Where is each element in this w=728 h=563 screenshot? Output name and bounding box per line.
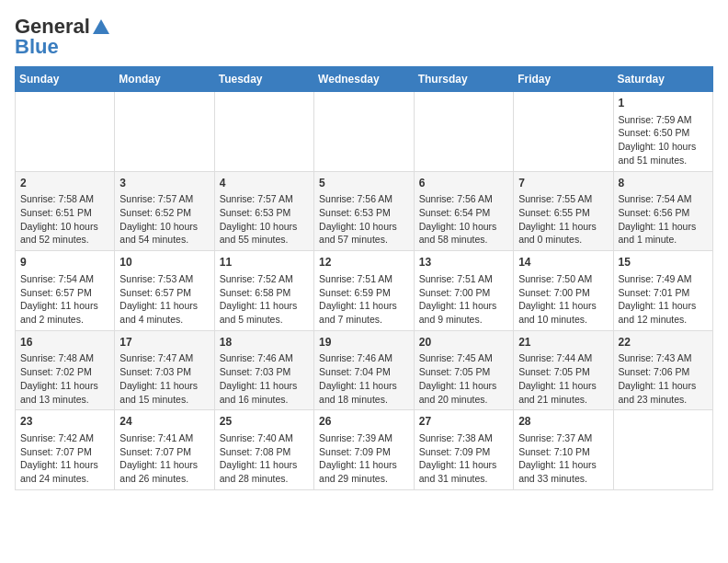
calendar-cell: 22Sunrise: 7:43 AM Sunset: 7:06 PM Dayli… — [613, 330, 712, 410]
day-header-friday: Friday — [514, 67, 613, 92]
calendar-cell — [314, 92, 415, 172]
day-number: 6 — [419, 176, 508, 191]
calendar-cell: 23Sunrise: 7:42 AM Sunset: 7:07 PM Dayli… — [16, 410, 115, 490]
day-content: Sunrise: 7:41 AM Sunset: 7:07 PM Dayligh… — [119, 431, 209, 486]
day-number: 14 — [518, 255, 608, 270]
day-number: 8 — [619, 176, 708, 191]
day-number: 13 — [419, 255, 508, 270]
day-content: Sunrise: 7:47 AM Sunset: 7:03 PM Dayligh… — [119, 351, 209, 406]
calendar-cell: 2Sunrise: 7:58 AM Sunset: 6:51 PM Daylig… — [16, 171, 115, 251]
day-number: 11 — [220, 255, 309, 270]
day-number: 25 — [220, 414, 309, 430]
calendar-cell: 3Sunrise: 7:57 AM Sunset: 6:52 PM Daylig… — [115, 171, 214, 251]
calendar-cell — [613, 410, 712, 490]
day-number: 26 — [319, 414, 409, 430]
calendar-cell: 21Sunrise: 7:44 AM Sunset: 7:05 PM Dayli… — [514, 330, 613, 410]
calendar-cell: 28Sunrise: 7:37 AM Sunset: 7:10 PM Dayli… — [514, 410, 613, 490]
calendar-table: SundayMondayTuesdayWednesdayThursdayFrid… — [15, 66, 713, 490]
day-content: Sunrise: 7:38 AM Sunset: 7:09 PM Dayligh… — [419, 431, 508, 486]
day-content: Sunrise: 7:52 AM Sunset: 6:58 PM Dayligh… — [220, 272, 309, 327]
calendar-cell — [414, 92, 513, 172]
calendar-cell: 1Sunrise: 7:59 AM Sunset: 6:50 PM Daylig… — [613, 92, 712, 172]
day-number: 18 — [220, 335, 309, 350]
day-number: 16 — [20, 335, 109, 350]
day-content: Sunrise: 7:46 AM Sunset: 7:04 PM Dayligh… — [319, 351, 409, 406]
calendar-cell: 27Sunrise: 7:38 AM Sunset: 7:09 PM Dayli… — [414, 410, 513, 490]
day-number: 5 — [319, 176, 409, 191]
day-content: Sunrise: 7:44 AM Sunset: 7:05 PM Dayligh… — [518, 351, 608, 406]
calendar-header-row: SundayMondayTuesdayWednesdayThursdayFrid… — [16, 67, 713, 92]
day-number: 24 — [119, 414, 209, 430]
day-content: Sunrise: 7:56 AM Sunset: 6:53 PM Dayligh… — [319, 192, 409, 247]
day-number: 7 — [518, 176, 608, 191]
logo-blue-text: Blue — [15, 35, 59, 59]
svg-marker-0 — [93, 19, 109, 34]
day-header-wednesday: Wednesday — [314, 67, 415, 92]
day-number: 27 — [419, 414, 508, 430]
day-number: 15 — [619, 255, 708, 270]
calendar-cell: 11Sunrise: 7:52 AM Sunset: 6:58 PM Dayli… — [214, 251, 313, 331]
calendar-week-row: 16Sunrise: 7:48 AM Sunset: 7:02 PM Dayli… — [16, 330, 713, 410]
day-content: Sunrise: 7:43 AM Sunset: 7:06 PM Dayligh… — [619, 351, 708, 406]
day-number: 9 — [20, 255, 109, 270]
calendar-cell: 9Sunrise: 7:54 AM Sunset: 6:57 PM Daylig… — [16, 251, 115, 331]
day-number: 28 — [518, 414, 608, 430]
day-number: 1 — [619, 96, 708, 111]
day-content: Sunrise: 7:42 AM Sunset: 7:07 PM Dayligh… — [20, 431, 109, 486]
calendar-cell: 26Sunrise: 7:39 AM Sunset: 7:09 PM Dayli… — [314, 410, 415, 490]
day-content: Sunrise: 7:51 AM Sunset: 7:00 PM Dayligh… — [419, 272, 508, 327]
calendar-cell: 19Sunrise: 7:46 AM Sunset: 7:04 PM Dayli… — [314, 330, 415, 410]
day-content: Sunrise: 7:54 AM Sunset: 6:57 PM Dayligh… — [20, 272, 109, 327]
calendar-cell — [115, 92, 214, 172]
calendar-cell — [214, 92, 313, 172]
page-header: General Blue — [15, 15, 713, 59]
calendar-cell: 16Sunrise: 7:48 AM Sunset: 7:02 PM Dayli… — [16, 330, 115, 410]
day-content: Sunrise: 7:57 AM Sunset: 6:53 PM Dayligh… — [220, 192, 309, 247]
day-number: 19 — [319, 335, 409, 350]
day-number: 22 — [619, 335, 708, 350]
calendar-week-row: 1Sunrise: 7:59 AM Sunset: 6:50 PM Daylig… — [16, 92, 713, 172]
day-number: 23 — [20, 414, 109, 430]
logo-triangle-icon — [92, 17, 110, 36]
day-header-monday: Monday — [115, 67, 214, 92]
day-content: Sunrise: 7:45 AM Sunset: 7:05 PM Dayligh… — [419, 351, 508, 406]
day-number: 2 — [20, 176, 109, 191]
calendar-cell: 14Sunrise: 7:50 AM Sunset: 7:00 PM Dayli… — [514, 251, 613, 331]
day-content: Sunrise: 7:58 AM Sunset: 6:51 PM Dayligh… — [20, 192, 109, 247]
day-content: Sunrise: 7:53 AM Sunset: 6:57 PM Dayligh… — [119, 272, 209, 327]
logo: General Blue — [15, 15, 110, 59]
calendar-cell: 7Sunrise: 7:55 AM Sunset: 6:55 PM Daylig… — [514, 171, 613, 251]
day-number: 4 — [220, 176, 309, 191]
calendar-cell — [16, 92, 115, 172]
day-content: Sunrise: 7:51 AM Sunset: 6:59 PM Dayligh… — [319, 272, 409, 327]
calendar-cell: 10Sunrise: 7:53 AM Sunset: 6:57 PM Dayli… — [115, 251, 214, 331]
calendar-cell: 4Sunrise: 7:57 AM Sunset: 6:53 PM Daylig… — [214, 171, 313, 251]
calendar-cell — [514, 92, 613, 172]
day-header-sunday: Sunday — [16, 67, 115, 92]
day-number: 21 — [518, 335, 608, 350]
day-content: Sunrise: 7:50 AM Sunset: 7:00 PM Dayligh… — [518, 272, 608, 327]
day-header-saturday: Saturday — [613, 67, 712, 92]
calendar-week-row: 2Sunrise: 7:58 AM Sunset: 6:51 PM Daylig… — [16, 171, 713, 251]
calendar-cell: 17Sunrise: 7:47 AM Sunset: 7:03 PM Dayli… — [115, 330, 214, 410]
day-content: Sunrise: 7:55 AM Sunset: 6:55 PM Dayligh… — [518, 192, 608, 247]
day-content: Sunrise: 7:57 AM Sunset: 6:52 PM Dayligh… — [119, 192, 209, 247]
day-content: Sunrise: 7:37 AM Sunset: 7:10 PM Dayligh… — [518, 431, 608, 486]
day-content: Sunrise: 7:54 AM Sunset: 6:56 PM Dayligh… — [619, 192, 708, 247]
day-number: 10 — [119, 255, 209, 270]
calendar-cell: 25Sunrise: 7:40 AM Sunset: 7:08 PM Dayli… — [214, 410, 313, 490]
calendar-cell: 12Sunrise: 7:51 AM Sunset: 6:59 PM Dayli… — [314, 251, 415, 331]
calendar-cell: 15Sunrise: 7:49 AM Sunset: 7:01 PM Dayli… — [613, 251, 712, 331]
calendar-week-row: 9Sunrise: 7:54 AM Sunset: 6:57 PM Daylig… — [16, 251, 713, 331]
day-content: Sunrise: 7:40 AM Sunset: 7:08 PM Dayligh… — [220, 431, 309, 486]
day-content: Sunrise: 7:39 AM Sunset: 7:09 PM Dayligh… — [319, 431, 409, 486]
day-header-thursday: Thursday — [414, 67, 513, 92]
day-content: Sunrise: 7:46 AM Sunset: 7:03 PM Dayligh… — [220, 351, 309, 406]
calendar-cell: 8Sunrise: 7:54 AM Sunset: 6:56 PM Daylig… — [613, 171, 712, 251]
day-number: 20 — [419, 335, 508, 350]
calendar-cell: 6Sunrise: 7:56 AM Sunset: 6:54 PM Daylig… — [414, 171, 513, 251]
calendar-cell: 5Sunrise: 7:56 AM Sunset: 6:53 PM Daylig… — [314, 171, 415, 251]
day-header-tuesday: Tuesday — [214, 67, 313, 92]
day-number: 3 — [119, 176, 209, 191]
calendar-week-row: 23Sunrise: 7:42 AM Sunset: 7:07 PM Dayli… — [16, 410, 713, 490]
